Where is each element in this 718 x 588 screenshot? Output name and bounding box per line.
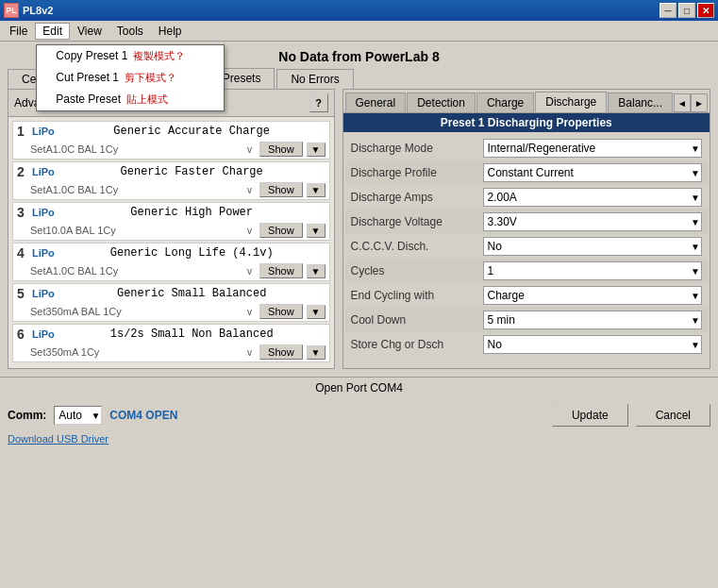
preset-show-btn-3[interactable]: Show [259, 223, 303, 238]
preset-row2-3: Set10.0A BAL 1Cy v Show ▼ [13, 222, 329, 240]
copy-preset-item[interactable]: Copy Preset 1 複製模式？ [37, 45, 224, 67]
tab-next-button[interactable]: ► [691, 93, 708, 112]
menu-help[interactable]: Help [151, 23, 190, 40]
download-usb-driver-link[interactable]: Download USB Driver [8, 433, 109, 445]
preset-name-1: Generic Accurate Charge [58, 125, 326, 138]
preset-show-btn-4[interactable]: Show [259, 263, 303, 278]
preset-item-5: 5 LiPo Generic Small Balanced Set350mA B… [12, 283, 330, 322]
preset-item-6: 6 LiPo 1s/2s Small Non Balanced Set350mA… [12, 324, 330, 362]
preset-settings-3: Set10.0A BAL 1Cy [30, 225, 243, 236]
menu-file[interactable]: File [2, 23, 35, 40]
properties-table: Discharge Mode Internal/Regenerative ▼ D… [343, 132, 710, 368]
comm-select-wrapper: Auto ▼ [54, 406, 102, 425]
preset-v-3: v [247, 226, 252, 236]
cut-preset-item[interactable]: Cut Preset 1 剪下模式？ [37, 67, 224, 89]
menu-bar: File Edit Copy Preset 1 複製模式？ Cut Preset… [0, 21, 718, 42]
prop-row-0: Discharge Mode Internal/Regenerative ▼ [345, 136, 709, 160]
help-button[interactable]: ? [309, 93, 328, 112]
prop-select-wrapper-3: 3.30V ▼ [483, 212, 703, 231]
preset-row2-6: Set350mA 1Cy v Show ▼ [13, 344, 329, 361]
preset-v-4: v [247, 266, 252, 277]
tab-nav: ◄ ► [674, 93, 708, 112]
main-content: Advanced Properties ? 1 LiPo Generic Acc… [0, 89, 718, 377]
prop-label-0: Discharge Mode [351, 142, 483, 155]
preset-dropdown-btn-6[interactable]: ▼ [307, 345, 326, 360]
menu-view[interactable]: View [70, 23, 109, 40]
properties-panel: General Detection Charge Discharge Balan… [342, 89, 711, 369]
preset-show-btn-2[interactable]: Show [259, 182, 303, 197]
preset-dropdown-btn-3[interactable]: ▼ [307, 224, 326, 238]
app-icon: PL [4, 3, 19, 18]
prop-row-7: Cool Down 5 min ▼ [345, 308, 709, 332]
tab-general[interactable]: General [345, 92, 407, 112]
paste-preset-item[interactable]: Paste Preset 貼上模式 [37, 89, 224, 110]
menu-tools[interactable]: Tools [109, 23, 151, 40]
prop-select-wrapper-1: Constant Current ▼ [483, 163, 703, 182]
prop-select-wrapper-7: 5 min ▼ [483, 311, 703, 329]
tab-detection[interactable]: Detection [407, 92, 476, 112]
prop-select-0[interactable]: Internal/Regenerative [483, 139, 703, 158]
preset-row1-4: 4 LiPo Generic Long Life (4.1v) [13, 244, 329, 262]
preset-settings-6: Set350mA 1Cy [30, 346, 243, 358]
preset-num-1: 1 [17, 124, 28, 139]
prop-select-wrapper-2: 2.00A ▼ [483, 188, 703, 207]
preset-row1-6: 6 LiPo 1s/2s Small Non Balanced [13, 325, 329, 344]
comm-select[interactable]: Auto [54, 406, 102, 425]
preset-v-1: v [247, 144, 252, 155]
preset-name-2: Generic Faster Charge [58, 165, 326, 178]
preset-dropdown-btn-1[interactable]: ▼ [307, 143, 326, 157]
prop-select-7[interactable]: 5 min [483, 311, 703, 329]
preset-v-6: v [247, 347, 252, 358]
tab-charge[interactable]: Charge [476, 92, 534, 112]
preset-dropdown-btn-5[interactable]: ▼ [307, 305, 326, 319]
preset-num-6: 6 [17, 327, 28, 342]
preset-show-btn-5[interactable]: Show [259, 304, 303, 319]
prop-select-2[interactable]: 2.00A [483, 188, 703, 207]
tab-discharge[interactable]: Discharge [535, 92, 607, 112]
prop-row-1: Discharge Profile Constant Current ▼ [345, 160, 709, 185]
update-button[interactable]: Update [552, 404, 628, 427]
prop-select-5[interactable]: 1 [483, 261, 703, 280]
prop-select-4[interactable]: No [483, 237, 703, 256]
preset-type-3: LiPo [32, 207, 55, 218]
preset-dropdown-btn-4[interactable]: ▼ [307, 264, 326, 278]
preset-show-btn-6[interactable]: Show [259, 344, 303, 360]
menu-edit[interactable]: Edit Copy Preset 1 複製模式？ Cut Preset 1 剪下… [35, 23, 70, 40]
close-button[interactable]: ✕ [697, 3, 714, 18]
preset-list-panel: Advanced Properties ? 1 LiPo Generic Acc… [8, 89, 335, 369]
preset-dropdown-btn-2[interactable]: ▼ [307, 183, 326, 197]
preset-show-btn-1[interactable]: Show [259, 142, 303, 157]
prop-select-8[interactable]: No [483, 335, 703, 354]
preset-name-6: 1s/2s Small Non Balanced [58, 328, 326, 341]
prop-label-1: Discharge Profile [351, 166, 483, 179]
prop-row-6: End Cycling with Charge ▼ [345, 283, 709, 308]
tab-balance[interactable]: Balanc... [608, 92, 673, 112]
preset-list: 1 LiPo Generic Accurate Charge SetA1.0C … [8, 117, 334, 368]
minimize-button[interactable]: ─ [660, 3, 676, 18]
tab-no-errors[interactable]: No Errors [276, 69, 353, 89]
prop-select-wrapper-5: 1 ▼ [483, 261, 703, 280]
prop-label-5: Cycles [351, 264, 483, 277]
tab-prev-button[interactable]: ◄ [674, 93, 691, 112]
preset-settings-1: SetA1.0C BAL 1Cy [30, 143, 243, 155]
cancel-button[interactable]: Cancel [636, 404, 710, 427]
preset-row1-5: 5 LiPo Generic Small Balanced [13, 284, 329, 303]
preset-num-3: 3 [17, 205, 28, 220]
properties-header: Preset 1 Discharging Properties [343, 113, 710, 132]
prop-label-3: Discharge Voltage [351, 215, 483, 228]
comm-status-text: COM4 OPEN [109, 409, 177, 422]
maximize-button[interactable]: □ [678, 3, 695, 18]
preset-type-5: LiPo [32, 288, 55, 299]
prop-select-wrapper-4: No ▼ [483, 237, 703, 256]
prop-row-5: Cycles 1 ▼ [345, 259, 709, 283]
prop-select-3[interactable]: 3.30V [483, 212, 703, 231]
right-tab-bar: General Detection Charge Discharge Balan… [343, 90, 710, 113]
prop-select-1[interactable]: Constant Current [483, 163, 703, 182]
download-link-wrapper: Download USB Driver [0, 432, 718, 451]
preset-type-2: LiPo [32, 166, 55, 177]
prop-label-8: Store Chg or Dsch [351, 338, 483, 351]
preset-v-5: v [247, 307, 252, 317]
prop-select-6[interactable]: Charge [483, 286, 703, 305]
action-bar: Comm: Auto ▼ COM4 OPEN Update Cancel [0, 398, 718, 432]
preset-num-2: 2 [17, 164, 28, 179]
